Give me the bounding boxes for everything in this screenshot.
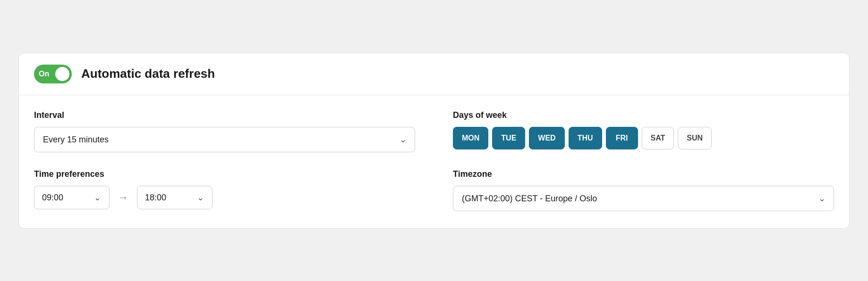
interval-select-wrapper: Every 15 minutes Every 5 minutes Every 3…	[34, 127, 415, 152]
start-time-select[interactable]: 09:00 08:00 10:00	[34, 186, 110, 209]
header-section: On Automatic data refresh	[19, 53, 849, 95]
interval-select[interactable]: Every 15 minutes Every 5 minutes Every 3…	[34, 127, 415, 152]
interval-label: Interval	[34, 110, 415, 120]
auto-refresh-toggle[interactable]: On	[34, 65, 72, 83]
start-time-wrapper: 09:00 08:00 10:00 ⌄	[34, 186, 110, 209]
timezone-section: Timezone (GMT+02:00) CEST - Europe / Osl…	[453, 169, 834, 211]
time-preferences-section: Time preferences 09:00 08:00 10:00 ⌄ → 1…	[34, 169, 415, 211]
day-button-fri[interactable]: FRI	[606, 127, 638, 149]
end-time-wrapper: 18:00 17:00 19:00 20:00 ⌄	[137, 186, 213, 209]
days-section: Days of week MON TUE WED THU FRI SAT SUN	[453, 110, 834, 152]
day-button-mon[interactable]: MON	[453, 127, 488, 149]
timezone-label: Timezone	[453, 169, 834, 179]
toggle-switch[interactable]: On	[34, 65, 72, 83]
settings-body: Interval Every 15 minutes Every 5 minute…	[19, 95, 849, 228]
days-row: MON TUE WED THU FRI SAT SUN	[453, 127, 834, 149]
day-button-wed[interactable]: WED	[529, 127, 564, 149]
day-button-sat[interactable]: SAT	[642, 127, 674, 149]
timezone-select-wrapper: (GMT+02:00) CEST - Europe / Oslo (GMT+00…	[453, 186, 834, 211]
end-time-select[interactable]: 18:00 17:00 19:00 20:00	[137, 186, 213, 209]
toggle-knob	[55, 67, 69, 81]
day-button-tue[interactable]: TUE	[492, 127, 525, 149]
timezone-select[interactable]: (GMT+02:00) CEST - Europe / Oslo (GMT+00…	[453, 186, 834, 211]
day-button-thu[interactable]: THU	[569, 127, 602, 149]
day-button-sun[interactable]: SUN	[678, 127, 712, 149]
time-range-arrow-icon: →	[118, 191, 128, 204]
toggle-label: On	[39, 70, 49, 78]
time-row: 09:00 08:00 10:00 ⌄ → 18:00 17:00 19:00 …	[34, 186, 415, 209]
page-title: Automatic data refresh	[81, 66, 215, 81]
time-preferences-label: Time preferences	[34, 169, 415, 179]
days-label: Days of week	[453, 110, 834, 120]
settings-card: On Automatic data refresh Interval Every…	[18, 53, 850, 229]
interval-section: Interval Every 15 minutes Every 5 minute…	[34, 110, 415, 152]
